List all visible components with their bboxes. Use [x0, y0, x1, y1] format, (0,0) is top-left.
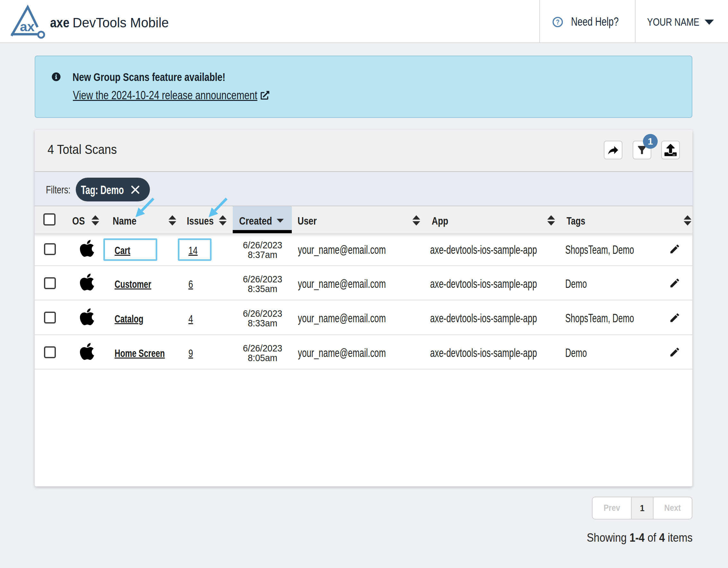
svg-text:?: ? [556, 18, 559, 26]
svg-text:ax: ax [20, 19, 35, 34]
